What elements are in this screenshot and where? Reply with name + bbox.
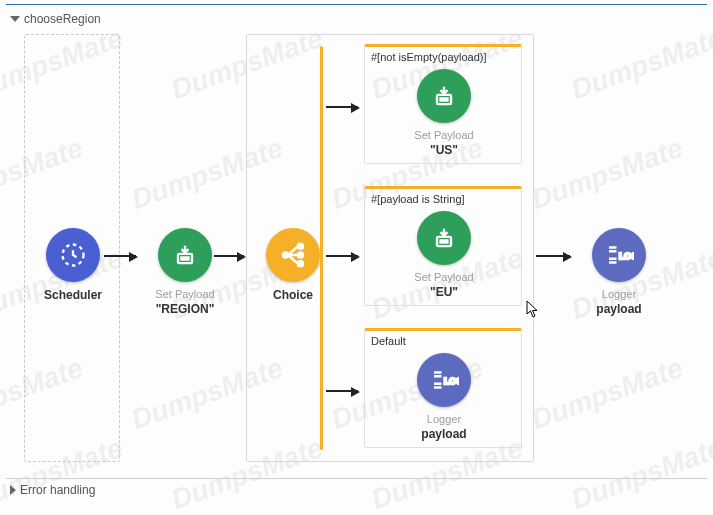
branch-us-condition: #[not isEmpty(payload)] [371,51,487,63]
watermark: DumpsMate [567,432,713,515]
logger-value: payload [574,302,664,316]
svg-point-2 [283,253,288,258]
scheduler-node[interactable]: Scheduler [28,228,118,302]
branch-eu-top: Set Payload [399,271,489,283]
arrow [326,255,358,257]
svg-point-3 [298,244,303,249]
svg-text:LOG: LOG [444,376,459,386]
svg-point-4 [298,253,303,258]
set-payload-region-value: "REGION" [140,302,230,316]
watermark: DumpsMate [527,352,687,436]
branch-eu[interactable]: #[payload is String] Set Payload "EU" [364,186,522,306]
cursor-icon [526,300,540,318]
set-payload-region-top: Set Payload [140,288,230,300]
arrow [214,255,244,257]
set-payload-icon [158,228,212,282]
logger-node[interactable]: LOG Logger payload [574,228,664,316]
branch-us-value: "US" [399,143,489,157]
flow-name: chooseRegion [24,12,101,26]
branch-eu-condition: #[payload is String] [371,193,465,205]
svg-text:LOG: LOG [619,251,634,261]
watermark: DumpsMate [527,132,687,216]
collapse-icon [10,16,20,22]
watermark: DumpsMate [567,22,713,106]
logger-icon: LOG [417,353,471,407]
error-handling-header[interactable]: Error handling [10,483,95,497]
branch-default-top: Logger [399,413,489,425]
logger-top: Logger [574,288,664,300]
scheduler-label: Scheduler [28,288,118,302]
branch-us[interactable]: #[not isEmpty(payload)] Set Payload "US" [364,44,522,164]
branch-default-condition: Default [371,335,406,347]
svg-point-5 [298,261,303,266]
set-payload-icon [417,211,471,265]
branch-eu-value: "EU" [399,285,489,299]
arrow [326,106,358,108]
arrow [326,390,358,392]
clock-icon [46,228,100,282]
logger-icon: LOG [592,228,646,282]
choice-node[interactable]: Choice [248,228,338,302]
branch-us-top: Set Payload [399,129,489,141]
flow-canvas: DumpsMate DumpsMate DumpsMate DumpsMate … [8,28,705,475]
choice-divider [320,46,323,450]
arrow [104,255,136,257]
branch-default[interactable]: Default LOG Logger payload [364,328,522,448]
flow-header[interactable]: chooseRegion [10,12,101,26]
error-handling-label: Error handling [20,483,95,497]
choice-icon [266,228,320,282]
set-payload-region-node[interactable]: Set Payload "REGION" [140,228,230,316]
expand-icon [10,485,16,495]
choice-label: Choice [248,288,338,302]
branch-default-value: payload [399,427,489,441]
arrow [536,255,570,257]
set-payload-icon [417,69,471,123]
